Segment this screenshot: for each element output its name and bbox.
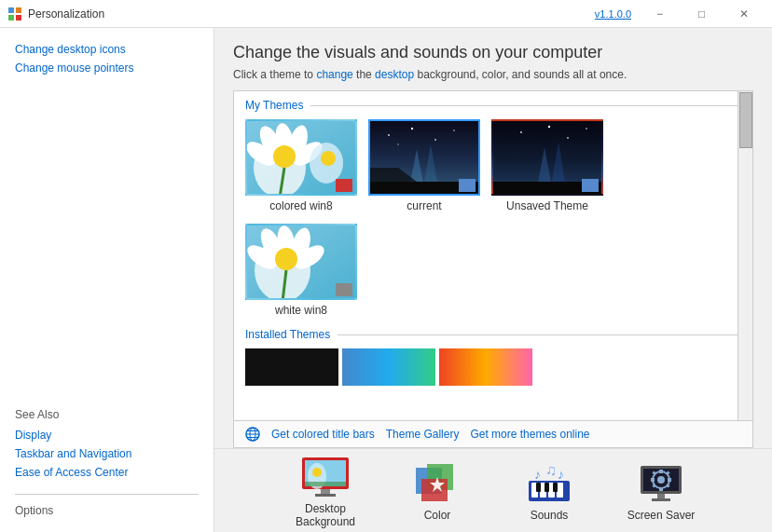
theme-unsaved[interactable]: Unsaved Theme [491,119,603,212]
theme-label-colored-win8: colored win8 [269,199,332,212]
globe-icon [245,427,260,442]
svg-rect-1 [16,7,21,13]
installed-thumb-2[interactable] [342,348,435,386]
sidebar-item-change-mouse-pointers[interactable]: Change mouse pointers [15,61,199,75]
svg-point-76 [657,476,665,484]
svg-rect-15 [336,179,352,192]
title-bar: Personalization v1.1.0.0 − □ ✕ [0,0,772,28]
color-label: Color [424,509,451,522]
theme-gallery-link[interactable]: Theme Gallery [386,428,460,441]
get-more-themes-link[interactable]: Get more themes online [470,428,589,441]
window-icon [7,7,22,21]
sidebar-item-ease-of-access[interactable]: Ease of Access Center [15,466,199,479]
footer-item-sounds[interactable]: ♪ ♫ ♪ Sounds [503,460,596,522]
svg-point-43 [275,248,297,270]
thumb-svg-colored-win8 [247,121,357,196]
theme-thumb-colored-win8 [245,119,357,196]
svg-rect-55 [305,482,346,486]
close-button[interactable]: ✕ [723,0,765,28]
scrollbar-thumb[interactable] [739,92,752,148]
desktop-background-label: Desktop Background [279,502,372,528]
svg-rect-69 [553,483,558,492]
color-icon [409,460,465,507]
theme-thumb-current [368,119,480,196]
sidebar-item-taskbar[interactable]: Taskbar and Navigation [15,447,199,460]
theme-colored-win8[interactable]: colored win8 [245,119,357,212]
theme-label-current: current [407,199,441,212]
desktop-background-icon [297,454,353,500]
sidebar-divider [15,494,199,495]
page-title: Change the visuals and sounds on your co… [233,43,753,62]
title-bar-controls: v1.1.0.0 − □ ✕ [595,0,765,28]
thumb-svg-white-win8 [247,225,357,300]
svg-point-14 [321,151,336,166]
installed-themes-preview [245,348,741,386]
theme-current[interactable]: current [368,119,480,212]
installed-thumb-1[interactable] [245,348,338,386]
svg-point-11 [273,145,296,168]
svg-point-20 [453,130,455,131]
footer-item-color[interactable]: Color [391,460,484,522]
see-also-label: See Also [15,408,199,421]
highlight-desktop: desktop [375,68,414,81]
svg-rect-85 [657,494,665,498]
svg-point-29 [548,126,550,128]
sounds-icon: ♪ ♫ ♪ [521,460,577,507]
svg-rect-68 [545,483,549,492]
svg-point-18 [411,128,413,130]
footer-item-screen-saver[interactable]: Screen Saver [614,460,708,522]
options-label: Options [15,504,199,517]
svg-rect-56 [321,489,330,494]
page-subtitle: Click a theme to change the desktop back… [233,68,753,81]
sidebar-item-display[interactable]: Display [15,429,199,442]
sidebar-item-change-desktop-icons[interactable]: Change desktop icons [15,43,199,56]
get-colored-title-bars-link[interactable]: Get colored title bars [271,428,375,441]
window-title: Personalization [28,7,104,20]
svg-rect-66 [557,483,563,498]
scrollbar-track[interactable] [738,91,752,420]
thumb-svg-current [370,121,480,196]
minimize-button[interactable]: − [639,0,681,28]
svg-rect-78 [659,487,663,491]
main-layout: Change desktop icons Change mouse pointe… [0,28,772,532]
theme-label-unsaved: Unsaved Theme [506,199,588,212]
title-bar-left: Personalization [7,7,104,21]
svg-rect-57 [315,494,336,497]
maximize-button[interactable]: □ [681,0,723,28]
svg-point-30 [567,137,569,139]
svg-point-31 [586,128,587,130]
installed-themes-label: Installed Themes [245,328,741,341]
content-area: Change the visuals and sounds on your co… [214,28,772,532]
svg-rect-67 [536,483,541,492]
svg-text:♪: ♪ [558,467,564,482]
themes-scroll-area[interactable]: My Themes [234,91,752,420]
themes-bottom-bar: Get colored title bars Theme Gallery Get… [233,421,753,448]
svg-point-17 [388,134,390,136]
svg-point-19 [434,139,436,141]
svg-rect-86 [652,498,670,501]
footer-item-desktop-background[interactable]: Desktop Background [279,454,372,528]
version-link[interactable]: v1.1.0.0 [595,8,631,20]
theme-white-win8[interactable]: white win8 [245,224,357,317]
theme-label-white-win8: white win8 [275,304,327,317]
my-themes-label: My Themes [245,99,741,112]
sounds-label: Sounds [531,509,569,522]
svg-point-21 [397,143,399,145]
my-themes-grid-2: white win8 [245,224,741,317]
my-themes-grid: colored win8 [245,119,741,212]
footer-toolbar: Desktop Background Color [214,448,772,532]
screen-saver-label: Screen Saver [627,509,696,522]
svg-rect-26 [459,179,476,192]
svg-point-28 [520,131,522,133]
svg-text:♪: ♪ [534,467,541,482]
screen-saver-icon [633,460,689,507]
installed-thumb-3[interactable] [439,348,532,386]
svg-rect-0 [8,7,14,13]
svg-rect-3 [16,15,21,20]
svg-point-54 [312,468,322,477]
themes-panel: My Themes [233,90,753,421]
svg-rect-2 [8,15,14,20]
theme-thumb-white-win8 [245,224,357,300]
highlight-change: change [316,68,352,81]
svg-text:♫: ♫ [545,462,557,478]
